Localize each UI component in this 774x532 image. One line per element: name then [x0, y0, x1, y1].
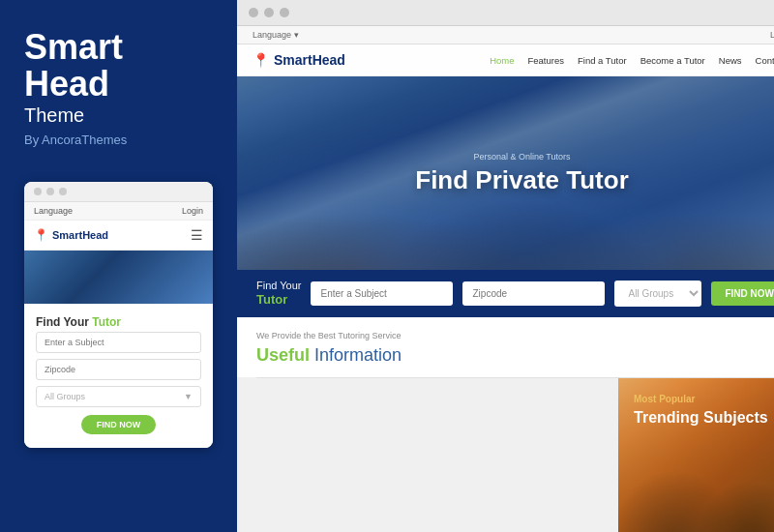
site-top-bar: Language ▾ Login [237, 26, 774, 44]
mobile-find-label: Find Your Tutor [36, 315, 201, 329]
brand-line2: Head [24, 64, 109, 103]
info-section: We Provide the Best Tutoring Service Use… [237, 317, 774, 377]
brand-name: Smart Head [24, 29, 213, 103]
mobile-login: Login [182, 206, 203, 216]
search-label: Find Your Tutor [256, 280, 301, 308]
info-title: Useful Information [256, 345, 774, 366]
nav-link-news[interactable]: News [719, 55, 742, 66]
site-login-link[interactable]: Login [770, 30, 774, 40]
search-find-word: Find Your [256, 280, 301, 291]
mobile-content: Find Your Tutor All Groups ▼ FIND NOW [24, 304, 213, 448]
hamburger-icon: ☰ [191, 227, 203, 243]
mobile-group-placeholder: All Groups [45, 392, 85, 401]
site-logo-pin-icon: 📍 [253, 52, 269, 68]
site-wrapper: Language ▾ Login 📍 SmartHead Home Featur… [237, 26, 774, 532]
bottom-image-col: Most Popular Trending Subjects [618, 378, 774, 532]
by-label: By AncoraThemes [24, 133, 213, 147]
site-language-selector[interactable]: Language ▾ [253, 30, 299, 40]
sidebar: Smart Head Theme By AncoraThemes Languag… [0, 0, 237, 532]
site-logo-row: 📍 SmartHead [253, 52, 345, 68]
browser-area: Language ▾ Login 📍 SmartHead Home Featur… [237, 0, 774, 532]
browser-content: Language ▾ Login 📍 SmartHead Home Featur… [237, 26, 774, 532]
search-tutor-word: Tutor [256, 292, 301, 308]
nav-link-contacts[interactable]: Contacts [756, 55, 774, 66]
card-most-popular-label: Most Popular [634, 394, 774, 404]
browser-chrome [237, 0, 774, 26]
find-word: Find Your [36, 315, 89, 329]
mobile-lang-bar: Language Login [24, 202, 213, 221]
chevron-down-icon: ▼ [184, 392, 193, 401]
hero-subtitle: Personal & Online Tutors [415, 152, 629, 162]
nav-link-become-tutor[interactable]: Become a Tutor [640, 55, 705, 66]
info-title-useful: Useful [256, 345, 310, 365]
card-title: Trending Subjects [634, 408, 774, 427]
mobile-zipcode-input[interactable] [36, 359, 201, 380]
mobile-logo-text: SmartHead [52, 229, 108, 241]
bottom-text-col [237, 378, 618, 532]
sidebar-logo: Smart Head Theme By AncoraThemes [24, 29, 213, 147]
mobile-subject-input[interactable] [36, 332, 201, 353]
brand-line1: Smart [24, 27, 123, 67]
tutor-word: Tutor [92, 315, 121, 329]
site-logo-text: SmartHead [274, 52, 345, 68]
mobile-hero-image [24, 251, 213, 304]
theme-label: Theme [24, 104, 213, 127]
bottom-section: Most Popular Trending Subjects [237, 378, 774, 532]
mobile-logo-row: 📍 SmartHead [34, 228, 108, 242]
hero-text-block: Personal & Online Tutors Find Private Tu… [415, 152, 629, 195]
search-zipcode-input[interactable] [462, 281, 605, 306]
search-find-now-button[interactable]: FIND NOW [711, 281, 774, 306]
nav-link-features[interactable]: Features [528, 55, 565, 66]
nav-link-home[interactable]: Home [490, 55, 514, 66]
mobile-dot-1 [34, 188, 42, 195]
mobile-lang: Language [34, 206, 73, 216]
browser-dot-2 [264, 8, 274, 17]
mobile-nav: 📍 SmartHead ☰ [24, 221, 213, 251]
nav-link-find-tutor[interactable]: Find a Tutor [578, 55, 627, 66]
card-content: Most Popular Trending Subjects [618, 378, 774, 442]
search-group-select[interactable]: All Groups [614, 281, 701, 307]
mobile-top-bar [24, 182, 213, 202]
search-subject-input[interactable] [311, 281, 453, 306]
browser-dot-1 [249, 8, 258, 17]
info-tag: We Provide the Best Tutoring Service [256, 331, 774, 340]
mobile-group-select[interactable]: All Groups ▼ [36, 386, 201, 407]
info-title-information: Information [314, 345, 402, 365]
browser-dot-3 [280, 8, 289, 17]
mobile-dot-2 [46, 188, 54, 195]
hero-title: Find Private Tutor [415, 165, 629, 195]
search-bar: Find Your Tutor All Groups FIND NOW [237, 270, 774, 317]
mobile-find-now-button[interactable]: FIND NOW [81, 415, 157, 434]
site-hero: Personal & Online Tutors Find Private Tu… [237, 76, 774, 270]
site-nav: 📍 SmartHead Home Features Find a Tutor B… [237, 44, 774, 76]
mobile-logo-pin-icon: 📍 [34, 228, 48, 242]
mobile-mockup: Language Login 📍 SmartHead ☰ Find Your T… [24, 182, 213, 448]
mobile-dot-3 [59, 188, 67, 195]
site-nav-links: Home Features Find a Tutor Become a Tuto… [490, 55, 774, 66]
